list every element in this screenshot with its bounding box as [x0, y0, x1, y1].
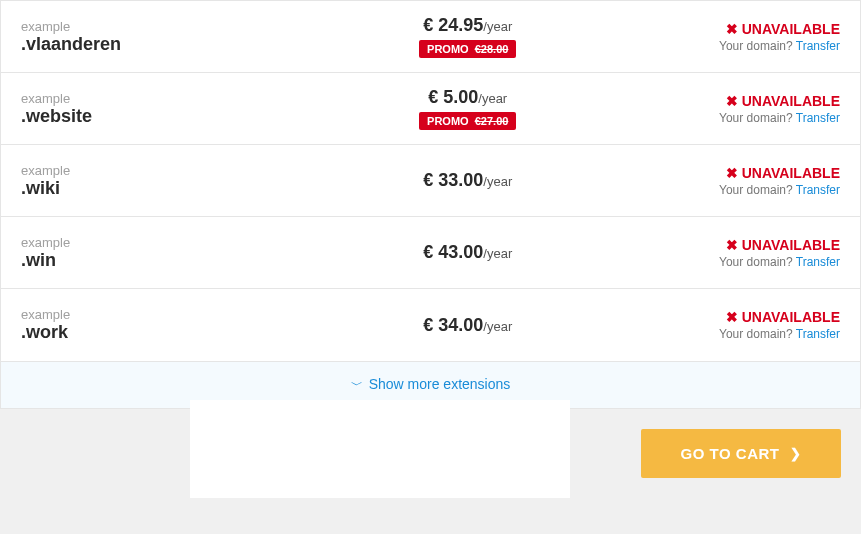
table-row: example .website € 5.00/year PROMO €27.0…	[1, 73, 860, 145]
domain-cell: example .website	[21, 91, 344, 127]
price-period: /year	[483, 19, 512, 34]
transfer-link[interactable]: Transfer	[796, 255, 840, 269]
example-label: example	[21, 307, 344, 322]
show-more-label: Show more extensions	[369, 376, 511, 392]
status-unavailable: ✖UNAVAILABLE	[592, 165, 840, 181]
example-label: example	[21, 19, 344, 34]
your-domain-text: Your domain?	[719, 327, 793, 341]
price: € 5.00/year	[344, 87, 592, 108]
promo-label: PROMO	[427, 43, 469, 55]
example-label: example	[21, 235, 344, 250]
transfer-prompt: Your domain? Transfer	[592, 39, 840, 53]
unavailable-text: UNAVAILABLE	[742, 21, 840, 37]
price-period: /year	[483, 174, 512, 189]
cart-panel	[190, 400, 570, 498]
status-cell: ✖UNAVAILABLE Your domain? Transfer	[592, 93, 840, 125]
unavailable-text: UNAVAILABLE	[742, 309, 840, 325]
domain-cell: example .vlaanderen	[21, 19, 344, 55]
domain-tld: .vlaanderen	[21, 34, 121, 54]
price: € 24.95/year	[344, 15, 592, 36]
status-unavailable: ✖UNAVAILABLE	[592, 237, 840, 253]
domain-tld: .win	[21, 250, 56, 270]
domain-tld: .work	[21, 322, 68, 342]
domain-results-table: example .vlaanderen € 24.95/year PROMO €…	[0, 0, 861, 409]
chevron-down-icon: ﹀	[351, 378, 363, 392]
price-period: /year	[478, 91, 507, 106]
price-cell: € 33.00/year	[344, 170, 592, 191]
domain-cell: example .win	[21, 235, 344, 271]
domain-tld: .website	[21, 106, 92, 126]
your-domain-text: Your domain?	[719, 255, 793, 269]
footer-bar: GO TO CART ❯	[0, 409, 861, 498]
price-period: /year	[483, 246, 512, 261]
transfer-prompt: Your domain? Transfer	[592, 183, 840, 197]
chevron-right-icon: ❯	[790, 446, 802, 461]
price: € 33.00/year	[344, 170, 592, 191]
price-cell: € 34.00/year	[344, 315, 592, 336]
promo-label: PROMO	[427, 115, 469, 127]
table-row: example .vlaanderen € 24.95/year PROMO €…	[1, 1, 860, 73]
promo-old-price: €28.00	[475, 43, 509, 55]
price-cell: € 5.00/year PROMO €27.00	[344, 87, 592, 130]
price: € 43.00/year	[344, 242, 592, 263]
price: € 34.00/year	[344, 315, 592, 336]
transfer-prompt: Your domain? Transfer	[592, 111, 840, 125]
promo-badge: PROMO €28.00	[419, 40, 516, 58]
transfer-link[interactable]: Transfer	[796, 39, 840, 53]
unavailable-text: UNAVAILABLE	[742, 237, 840, 253]
unavailable-text: UNAVAILABLE	[742, 93, 840, 109]
table-row: example .win € 43.00/year ✖UNAVAILABLE Y…	[1, 217, 860, 289]
price-amount: € 34.00	[423, 315, 483, 335]
example-label: example	[21, 91, 344, 106]
price-amount: € 43.00	[423, 242, 483, 262]
x-icon: ✖	[726, 237, 738, 253]
x-icon: ✖	[726, 309, 738, 325]
table-row: example .wiki € 33.00/year ✖UNAVAILABLE …	[1, 145, 860, 217]
transfer-prompt: Your domain? Transfer	[592, 327, 840, 341]
x-icon: ✖	[726, 93, 738, 109]
price-cell: € 24.95/year PROMO €28.00	[344, 15, 592, 58]
domain-cell: example .work	[21, 307, 344, 343]
example-label: example	[21, 163, 344, 178]
go-to-cart-button[interactable]: GO TO CART ❯	[641, 429, 841, 478]
price-period: /year	[483, 319, 512, 334]
promo-badge: PROMO €27.00	[419, 112, 516, 130]
status-cell: ✖UNAVAILABLE Your domain? Transfer	[592, 309, 840, 341]
status-cell: ✖UNAVAILABLE Your domain? Transfer	[592, 21, 840, 53]
price-cell: € 43.00/year	[344, 242, 592, 263]
your-domain-text: Your domain?	[719, 111, 793, 125]
your-domain-text: Your domain?	[719, 183, 793, 197]
price-amount: € 24.95	[423, 15, 483, 35]
transfer-link[interactable]: Transfer	[796, 183, 840, 197]
domain-cell: example .wiki	[21, 163, 344, 199]
status-cell: ✖UNAVAILABLE Your domain? Transfer	[592, 165, 840, 197]
unavailable-text: UNAVAILABLE	[742, 165, 840, 181]
table-row: example .work € 34.00/year ✖UNAVAILABLE …	[1, 289, 860, 361]
x-icon: ✖	[726, 21, 738, 37]
x-icon: ✖	[726, 165, 738, 181]
status-unavailable: ✖UNAVAILABLE	[592, 309, 840, 325]
price-amount: € 5.00	[428, 87, 478, 107]
status-unavailable: ✖UNAVAILABLE	[592, 21, 840, 37]
cart-button-label: GO TO CART	[681, 445, 780, 462]
transfer-link[interactable]: Transfer	[796, 327, 840, 341]
status-unavailable: ✖UNAVAILABLE	[592, 93, 840, 109]
promo-old-price: €27.00	[475, 115, 509, 127]
domain-tld: .wiki	[21, 178, 60, 198]
your-domain-text: Your domain?	[719, 39, 793, 53]
transfer-link[interactable]: Transfer	[796, 111, 840, 125]
status-cell: ✖UNAVAILABLE Your domain? Transfer	[592, 237, 840, 269]
transfer-prompt: Your domain? Transfer	[592, 255, 840, 269]
price-amount: € 33.00	[423, 170, 483, 190]
